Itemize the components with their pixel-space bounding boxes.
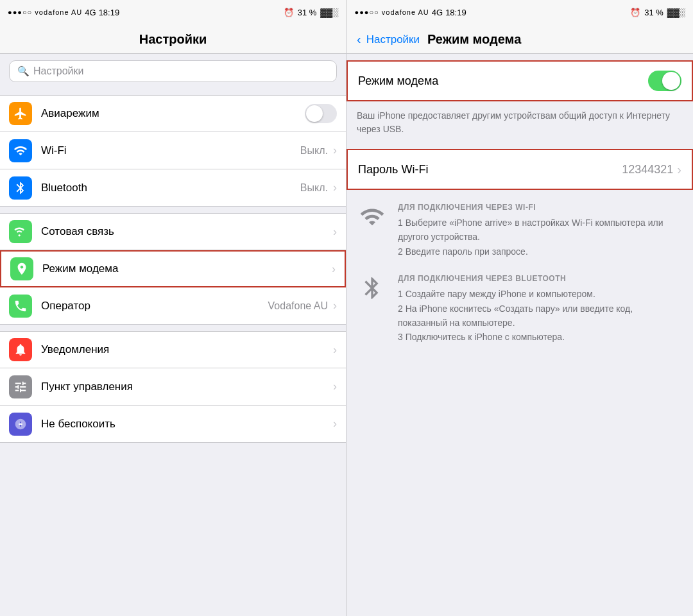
bluetooth-chevron: › — [333, 181, 337, 194]
bluetooth-value: Выкл. — [300, 182, 328, 194]
operator-label: Оператор — [41, 300, 268, 312]
wifi-instruction-step2: 2 Введите пароль при запросе. — [398, 244, 683, 259]
search-bar[interactable]: 🔍 Настройки — [9, 60, 337, 82]
battery-icon-right: ▓▓░ — [667, 8, 685, 17]
notifications-chevron: › — [333, 343, 337, 357]
hotspot-toggle-label: Режим модема — [358, 74, 648, 88]
time-left: 18:19 — [99, 8, 120, 17]
cellular-chevron: › — [333, 225, 337, 239]
wifi-instruction-icon — [357, 203, 388, 259]
wifi-chevron: › — [333, 144, 337, 157]
bt-instruction-heading: ДЛЯ ПОДКЛЮЧЕНИЯ ЧЕРЕЗ BLUETOOTH — [398, 274, 683, 283]
hotspot-toggle-knob — [662, 72, 680, 90]
search-icon: 🔍 — [17, 65, 30, 77]
settings-row-dnd[interactable]: Не беспокоить › — [0, 406, 346, 443]
settings-row-cellular[interactable]: Сотовая связь › — [0, 213, 346, 250]
battery-icon-left: ▓▓░ — [320, 8, 338, 17]
status-right-info-left: ⏰ 31 % ▓▓░ — [284, 8, 339, 17]
hotspot-toggle-row[interactable]: Режим модема — [348, 62, 692, 100]
left-panel-header: Настройки — [0, 24, 346, 54]
right-panel-title: Режим модема — [427, 32, 521, 47]
dnd-chevron: › — [333, 417, 337, 431]
search-input[interactable]: Настройки — [33, 65, 83, 77]
bluetooth-label: Bluetooth — [41, 182, 300, 194]
status-left-info: ●●●○○ vodafone AU 4G 18:19 — [8, 8, 119, 17]
wifi-value: Выкл. — [300, 145, 328, 157]
hotspot-toggle-section: Режим модема — [346, 60, 693, 101]
bt-instruction-step1: 1 Создайте пару между iPhone и компьютер… — [398, 287, 683, 301]
password-section: Пароль Wi-Fi 12344321 › — [346, 149, 693, 190]
control-label: Пункт управления — [41, 381, 332, 393]
hotspot-label: Режим модема — [42, 262, 330, 275]
network-type-left: 4G — [85, 8, 96, 17]
dnd-icon — [9, 413, 32, 436]
wifi-instruction-step1: 1 Выберите «iPhone arrive» в настройках … — [398, 216, 683, 244]
control-chevron: › — [333, 380, 337, 393]
settings-row-operator[interactable]: Оператор Vodafone AU › — [0, 287, 346, 325]
right-panel-header: ‹ Настройки Режим модема — [346, 24, 693, 54]
alarm-icon-right: ⏰ — [630, 8, 640, 17]
status-left-info-right: ●●●○○ vodafone AU 4G 18:19 — [355, 8, 466, 17]
network-type-right: 4G — [432, 8, 443, 17]
settings-row-control[interactable]: Пункт управления › — [0, 368, 346, 406]
hotspot-description: Ваш iPhone предоставляет другим устройст… — [346, 101, 693, 146]
operator-value: Vodafone AU — [268, 300, 328, 312]
password-value: 12344321 — [622, 163, 673, 176]
wifi-label: Wi-Fi — [41, 144, 300, 157]
cellular-label: Сотовая связь — [41, 225, 332, 238]
status-bar: ●●●○○ vodafone AU 4G 18:19 ⏰ 31 % ▓▓░ ●●… — [0, 0, 693, 24]
alarm-icon-left: ⏰ — [284, 8, 294, 17]
search-bar-container: 🔍 Настройки — [0, 54, 346, 89]
settings-row-airplane[interactable]: Авиарежим — [0, 95, 346, 132]
time-right: 18:19 — [445, 8, 466, 17]
settings-row-hotspot[interactable]: Режим модема › — [0, 250, 346, 287]
notifications-label: Уведомления — [41, 343, 332, 356]
wifi-instruction-heading: ДЛЯ ПОДКЛЮЧЕНИЯ ЧЕРЕЗ WI-FI — [398, 203, 683, 212]
settings-list: Авиарежим Wi-Fi Выкл. › Bluetooth — [0, 89, 346, 616]
back-button[interactable]: Настройки — [366, 33, 420, 46]
password-label: Пароль Wi-Fi — [358, 163, 622, 176]
status-bar-right: ●●●○○ vodafone AU 4G 18:19 ⏰ 31 % ▓▓░ — [347, 0, 694, 24]
left-panel-title: Настройки — [0, 32, 346, 47]
right-panel: ‹ Настройки Режим модема Режим модема Ва… — [346, 24, 693, 616]
battery-pct-left: 31 % — [298, 8, 317, 17]
hotspot-icon — [10, 257, 33, 280]
right-content: Режим модема Ваш iPhone предоставляет др… — [346, 54, 693, 616]
control-icon — [9, 375, 32, 398]
hotspot-chevron: › — [332, 262, 336, 276]
bluetooth-icon — [9, 176, 32, 200]
settings-row-notifications[interactable]: Уведомления › — [0, 331, 346, 368]
bt-instruction-text: ДЛЯ ПОДКЛЮЧЕНИЯ ЧЕРЕЗ BLUETOOTH 1 Создай… — [398, 274, 683, 345]
signal-dots-right: ●●●○○ vodafone AU — [355, 8, 429, 16]
bt-instruction-icon — [357, 274, 388, 345]
cellular-icon — [9, 220, 32, 243]
airplane-icon — [9, 102, 32, 125]
operator-chevron: › — [333, 299, 337, 312]
settings-row-bluetooth[interactable]: Bluetooth Выкл. › — [0, 169, 346, 207]
status-right-info-right: ⏰ 31 % ▓▓░ — [630, 8, 685, 17]
wifi-icon — [9, 139, 32, 162]
airplane-toggle-knob — [306, 105, 323, 122]
dnd-label: Не беспокоить — [41, 418, 332, 431]
bt-instruction-block: ДЛЯ ПОДКЛЮЧЕНИЯ ЧЕРЕЗ BLUETOOTH 1 Создай… — [357, 274, 683, 345]
left-panel: Настройки 🔍 Настройки Авиарежим — [0, 24, 346, 616]
back-chevron-icon: ‹ — [357, 32, 361, 47]
bt-instruction-step2: 2 На iPhone коснитесь «Создать пару» или… — [398, 302, 683, 330]
wifi-instruction-block: ДЛЯ ПОДКЛЮЧЕНИЯ ЧЕРЕЗ WI-FI 1 Выберите «… — [357, 203, 683, 259]
airplane-label: Авиарежим — [41, 107, 300, 120]
password-chevron: › — [677, 162, 681, 177]
status-bar-left: ●●●○○ vodafone AU 4G 18:19 ⏰ 31 % ▓▓░ — [0, 0, 346, 24]
hotspot-toggle-switch[interactable] — [648, 71, 681, 91]
notifications-icon — [9, 338, 32, 361]
wifi-instruction-text: ДЛЯ ПОДКЛЮЧЕНИЯ ЧЕРЕЗ WI-FI 1 Выберите «… — [398, 203, 683, 259]
instructions-section: ДЛЯ ПОДКЛЮЧЕНИЯ ЧЕРЕЗ WI-FI 1 Выберите «… — [346, 193, 693, 370]
main-content: Настройки 🔍 Настройки Авиарежим — [0, 24, 693, 616]
operator-icon — [9, 295, 32, 318]
bt-instruction-step3: 3 Подключитесь к iPhone с компьютера. — [398, 330, 683, 344]
settings-row-wifi[interactable]: Wi-Fi Выкл. › — [0, 132, 346, 169]
battery-pct-right: 31 % — [644, 8, 663, 17]
airplane-toggle[interactable] — [305, 104, 337, 123]
password-row[interactable]: Пароль Wi-Fi 12344321 › — [348, 150, 692, 189]
signal-dots-left: ●●●○○ vodafone AU — [8, 8, 82, 16]
